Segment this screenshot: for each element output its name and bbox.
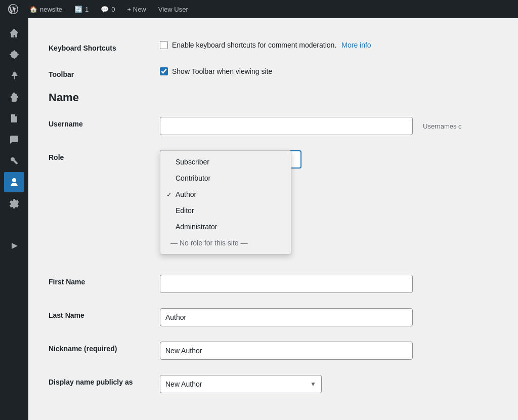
- keyboard-shortcuts-field: Enable keyboard shortcuts for comment mo…: [160, 41, 498, 49]
- role-option-no-role[interactable]: — No role for this site —: [160, 235, 291, 251]
- role-option-editor[interactable]: Editor: [160, 202, 291, 219]
- updates-icon: 🔄: [74, 6, 82, 13]
- sidebar-item-add[interactable]: [4, 215, 24, 235]
- first-name-row: First Name: [49, 267, 498, 301]
- last-name-label: Last Name: [49, 308, 160, 319]
- sidebar-item-comments[interactable]: [4, 130, 24, 150]
- keyboard-shortcuts-row: Keyboard Shortcuts Enable keyboard short…: [49, 33, 498, 60]
- home-icon: 🏠: [29, 6, 37, 13]
- keyboard-shortcuts-text: Enable keyboard shortcuts for comment mo…: [172, 41, 336, 49]
- display-name-value: New Author: [165, 380, 202, 388]
- comments-link[interactable]: 💬 0: [97, 0, 119, 18]
- sidebar-item-settings[interactable]: [4, 193, 24, 214]
- nickname-label: Nickname (required): [49, 342, 160, 353]
- nickname-field: [160, 342, 498, 360]
- more-info-link[interactable]: More info: [341, 41, 371, 49]
- username-field: Usernames c: [160, 117, 498, 135]
- updates-link[interactable]: 🔄 1: [70, 0, 93, 18]
- role-label: Role: [49, 150, 160, 161]
- keyboard-shortcuts-label: Keyboard Shortcuts: [49, 41, 160, 52]
- role-option-contributor[interactable]: Contributor: [160, 170, 291, 186]
- keyboard-shortcuts-checkbox[interactable]: [160, 41, 168, 49]
- toolbar-field: Show Toolbar when viewing site: [160, 67, 498, 75]
- toolbar-checkbox-label[interactable]: Show Toolbar when viewing site: [160, 67, 272, 75]
- toolbar-checkbox[interactable]: [160, 67, 168, 75]
- sidebar-item-pages[interactable]: [4, 108, 24, 129]
- toolbar-label: Toolbar: [49, 67, 160, 78]
- view-user-link[interactable]: View User: [154, 0, 192, 18]
- site-name-link[interactable]: 🏠 newsite: [25, 0, 66, 18]
- display-name-field: New Author ▼: [160, 375, 498, 393]
- display-name-select[interactable]: New Author ▼: [160, 375, 322, 393]
- sidebar-item-plugins[interactable]: [4, 87, 24, 107]
- username-label: Username: [49, 117, 160, 128]
- toolbar-row: Toolbar Show Toolbar when viewing site: [49, 60, 498, 86]
- sidebar-item-dashboard[interactable]: [4, 23, 24, 44]
- admin-bar: 🏠 newsite 🔄 1 💬 0 + New View User: [0, 0, 518, 18]
- new-content-link[interactable]: + New: [123, 0, 150, 18]
- chevron-down-icon: ▼: [310, 381, 316, 388]
- toolbar-text: Show Toolbar when viewing site: [172, 67, 272, 75]
- first-name-label: First Name: [49, 275, 160, 286]
- last-name-field: [160, 308, 498, 326]
- sidebar-item-tools[interactable]: [4, 151, 24, 171]
- role-dropdown-menu: Subscriber Contributor Author Editor Adm: [160, 150, 291, 255]
- role-option-subscriber[interactable]: Subscriber: [160, 154, 291, 170]
- comments-icon: 💬: [101, 6, 109, 13]
- sidebar: [0, 18, 28, 420]
- sidebar-item-media[interactable]: [4, 236, 24, 256]
- new-label: + New: [127, 6, 146, 13]
- role-option-administrator[interactable]: Administrator: [160, 219, 291, 235]
- last-name-input[interactable]: [160, 308, 413, 326]
- display-name-row: Display name publicly as New Author ▼: [49, 367, 498, 401]
- role-field: Author Subscriber Contributor Author: [160, 150, 498, 169]
- main-content: Keyboard Shortcuts Enable keyboard short…: [28, 18, 518, 420]
- sidebar-item-customize[interactable]: [4, 45, 24, 65]
- username-row: Username Usernames c: [49, 109, 498, 143]
- site-name: newsite: [40, 6, 62, 13]
- sidebar-item-pinned[interactable]: [4, 66, 24, 86]
- sidebar-item-users[interactable]: [4, 172, 24, 192]
- first-name-input[interactable]: [160, 275, 413, 293]
- role-select-container: Author Subscriber Contributor Author: [160, 150, 301, 169]
- last-name-row: Last Name: [49, 301, 498, 334]
- username-input[interactable]: [160, 117, 413, 135]
- role-row: Role Author Subscriber Contributor: [49, 143, 498, 176]
- username-hint: Usernames c: [418, 122, 462, 130]
- first-name-field: [160, 275, 498, 293]
- role-option-author[interactable]: Author: [160, 186, 291, 202]
- comments-count: 0: [111, 6, 115, 13]
- nickname-input[interactable]: [160, 342, 413, 360]
- display-name-label: Display name publicly as: [49, 375, 160, 386]
- view-user-label: View User: [158, 6, 188, 13]
- wp-logo[interactable]: [5, 1, 21, 17]
- name-section-title: Name: [49, 91, 498, 104]
- nickname-row: Nickname (required): [49, 334, 498, 367]
- updates-count: 1: [85, 6, 89, 13]
- keyboard-shortcuts-checkbox-label[interactable]: Enable keyboard shortcuts for comment mo…: [160, 41, 336, 49]
